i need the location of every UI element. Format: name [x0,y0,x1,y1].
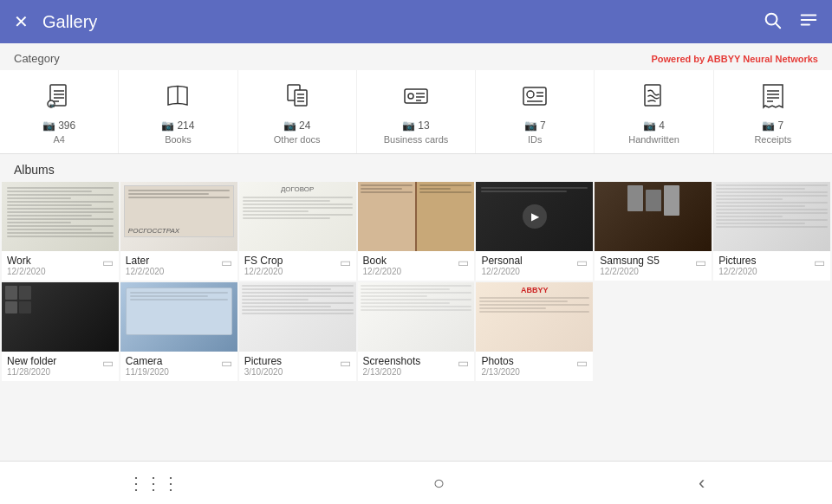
menu-icon[interactable] [799,10,818,34]
album-fscrop-info: FS Crop 12/2/2020 ▭ [239,251,356,281]
album-samsung-date: 12/2/2020 [600,267,660,276]
album-work-date: 12/2/2020 [7,267,46,276]
category-receipts[interactable]: 📷 7 Receipts [714,70,832,153]
header-left: ✕ Gallery [14,11,97,32]
album-camera-thumb [120,282,237,352]
album-personal-thumb: ▶ [476,182,593,251]
handwritten-count: 📷 4 [643,120,665,132]
album-photos-info: Photos 2/13/2020 ▭ [476,352,593,381]
category-handwritten[interactable]: 📷 4 Handwritten [595,70,713,153]
search-icon[interactable] [763,10,782,34]
books-label: Books [165,134,192,145]
category-business-cards[interactable]: 📷 13 Business cards [357,70,476,153]
album-personal-name: Personal [481,255,522,267]
album-photos-name: Photos [481,355,520,367]
album-fscrop[interactable]: ДОГОВОР FS Crop 12/2/2020 ▭ [239,182,356,281]
category-books[interactable]: 📷 214 Books [119,70,237,153]
bottom-navigation: ⋮⋮⋮ ○ ‹ [0,461,832,504]
albums-row-1: Work 12/2/2020 ▭ РОСГОССТРАХ [0,182,832,282]
album-pictures-name: Pictures [718,255,757,267]
nav-menu-icon[interactable]: ⋮⋮⋮ [127,473,179,494]
folder-icon: ▭ [576,255,588,269]
category-section-header: Category Powered by ABBYY Neural Network… [0,43,832,70]
album-pictures2-info: Pictures 3/10/2020 ▭ [239,352,356,381]
album-pictures2[interactable]: Pictures 3/10/2020 ▭ [239,282,356,381]
album-newfolder-info: New folder 11/28/2020 ▭ [2,352,119,381]
svg-point-24 [527,91,534,98]
album-later-date: 12/2/2020 [126,267,165,276]
svg-text:📷: 📷 [49,102,55,108]
album-newfolder-thumb [2,282,119,352]
folder-icon: ▭ [221,356,232,370]
album-book-info: Book 12/2/2020 ▭ [358,251,475,281]
svg-point-19 [408,94,413,99]
powered-by-text: Powered by ABBYY Neural Networks [651,54,818,64]
album-book[interactable]: Book 12/2/2020 ▭ [358,182,475,281]
album-samsung-info: Samsung S5 12/2/2020 ▭ [595,251,712,281]
album-camera-info: Camera 11/19/2020 ▭ [120,352,237,381]
bizcards-label: Business cards [384,134,449,145]
folder-icon: ▭ [576,356,588,370]
receipts-label: Receipts [754,134,791,145]
main-content: Category Powered by ABBYY Neural Network… [0,43,832,504]
otherdocs-count: 📷 24 [283,120,310,132]
svg-line-1 [776,23,780,28]
album-empty-2 [713,282,830,381]
album-later-info: Later 12/2/2020 ▭ [120,251,237,281]
album-pictures-date: 12/2/2020 [718,267,757,276]
otherdocs-icon [283,82,311,114]
category-a4[interactable]: 📷 📷 396 A4 [0,70,119,153]
album-personal-info: Personal 12/2/2020 ▭ [476,251,593,281]
category-other-docs[interactable]: 📷 24 Other docs [238,70,357,153]
album-camera[interactable]: Camera 11/19/2020 ▭ [120,282,237,381]
books-count: 📷 214 [161,120,194,132]
album-screenshots-date: 2/13/2020 [363,367,421,377]
books-icon [164,82,192,114]
album-camera-name: Camera [126,355,169,367]
folder-icon: ▭ [102,356,114,370]
album-photos-thumb: ABBYY [476,282,593,352]
category-ids[interactable]: 📷 7 IDs [476,70,595,153]
folder-icon: ▭ [221,255,232,269]
folder-icon: ▭ [458,356,469,370]
album-later[interactable]: РОСГОССТРАХ Later 12/2/2020 ▭ [120,182,237,281]
folder-icon: ▭ [340,356,351,370]
album-fscrop-name: FS Crop [244,255,283,267]
app-header: ✕ Gallery [0,0,832,43]
folder-icon: ▭ [340,255,351,269]
a4-icon: 📷 [45,82,73,114]
receipts-icon [759,82,787,114]
app-title: Gallery [42,12,97,32]
album-pictures-info: Pictures 12/2/2020 ▭ [713,251,830,281]
album-work[interactable]: Work 12/2/2020 ▭ [2,182,119,281]
album-personal[interactable]: ▶ Personal 12/2/2020 ▭ [476,182,593,281]
album-camera-date: 11/19/2020 [126,367,169,377]
bizcards-icon [402,82,430,114]
album-screenshots[interactable]: Screenshots 2/13/2020 ▭ [358,282,475,381]
album-newfolder[interactable]: New folder 11/28/2020 ▭ [2,282,119,381]
otherdocs-label: Other docs [274,134,321,145]
bizcards-count: 📷 13 [402,120,429,132]
album-book-thumb [358,182,475,251]
albums-row-2: New folder 11/28/2020 ▭ Camera [0,282,832,388]
nav-home-icon[interactable]: ○ [433,472,445,494]
close-icon[interactable]: ✕ [14,11,29,32]
album-fscrop-thumb: ДОГОВОР [239,182,356,251]
receipts-count: 📷 7 [762,120,783,132]
album-fscrop-date: 12/2/2020 [244,267,283,276]
album-later-name: Later [126,255,165,267]
handwritten-label: Handwritten [628,134,679,145]
album-samsung[interactable]: Samsung S5 12/2/2020 ▭ [595,182,712,281]
album-photos[interactable]: ABBYY Photos 2/13/2020 ▭ [476,282,593,381]
category-label: Category [14,52,60,65]
folder-icon: ▭ [695,255,706,269]
category-grid: 📷 📷 396 A4 📷 214 Books [0,70,832,154]
nav-back-icon[interactable]: ‹ [699,472,705,494]
album-photos-date: 2/13/2020 [481,367,520,377]
album-pictures[interactable]: Pictures 12/2/2020 ▭ [713,182,830,281]
header-right [763,10,818,34]
album-pictures-thumb [713,182,830,251]
a4-count: 📷 396 [42,120,75,132]
albums-section-header: Albums [0,154,832,182]
album-newfolder-name: New folder [7,355,56,367]
